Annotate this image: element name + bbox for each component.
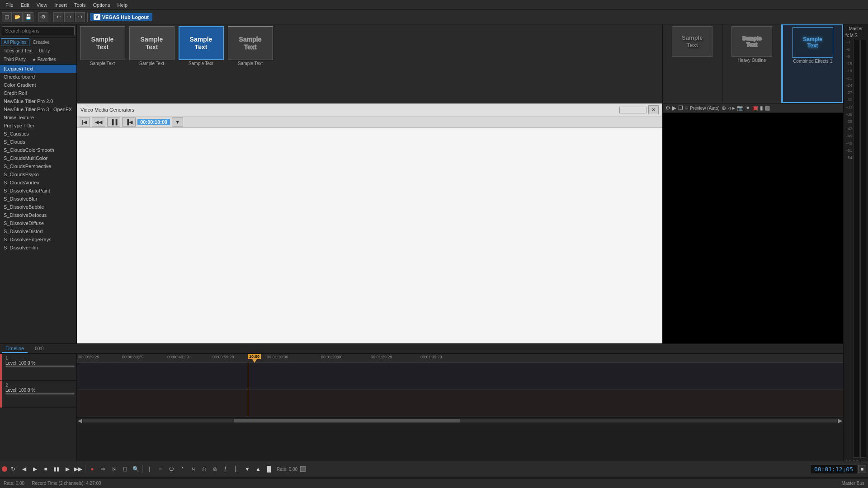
save-button[interactable]: 💾 — [24, 12, 33, 22]
cmd-btn3[interactable]: ⎛ — [221, 464, 231, 474]
plugin-item-18[interactable]: S_DissolveDefocus — [0, 211, 76, 219]
tab-third-party[interactable]: Third Party — [1, 56, 28, 63]
plugin-item-17[interactable]: S_DissolveBubble — [0, 203, 76, 211]
plugin-item-5[interactable]: NewBlue Titler Pro 3 - OpenFX — [0, 105, 76, 113]
thumb-shadow[interactable]: SampleText — [663, 24, 722, 103]
loop-region-btn[interactable]: ⎔ — [166, 464, 176, 474]
undo-button[interactable]: ↩ — [53, 12, 63, 22]
plugin-item-13[interactable]: S_CloudsPsyko — [0, 170, 76, 178]
cmd-btn4[interactable]: ⎜ — [231, 464, 241, 474]
track-slider-1[interactable] — [5, 366, 75, 367]
plugin-item-11[interactable]: S_CloudsMultiColor — [0, 154, 76, 162]
tab-creative[interactable]: Creative — [30, 38, 52, 46]
tab-favorites[interactable]: ★ Favorites — [29, 56, 59, 63]
menu-help[interactable]: Help — [113, 2, 131, 8]
plugin-item-8[interactable]: S_Caustics — [0, 130, 76, 138]
next-btn[interactable]: ▶ — [62, 464, 72, 474]
vmg-close-btn[interactable]: ✕ — [648, 105, 659, 114]
plugin-item-14[interactable]: S_CloudsVortex — [0, 178, 76, 187]
track-lane-1[interactable] — [77, 363, 843, 390]
record-indicator — [2, 466, 7, 472]
s-label[interactable]: S — [854, 33, 858, 38]
track-lane-2[interactable] — [77, 390, 843, 417]
plugin-item-19[interactable]: S_DissolveDiffuse — [0, 219, 76, 227]
menu-tools[interactable]: Tools — [71, 2, 90, 8]
plugin-item-16[interactable]: S_DissolveBlur — [0, 195, 76, 203]
thumb-item-1[interactable]: SampleText Sample Text — [79, 26, 126, 66]
fx-label[interactable]: fx — [845, 33, 849, 38]
track-slider-2[interactable] — [5, 393, 75, 394]
tab-all-plugins[interactable]: All Plug-Ins — [1, 38, 29, 46]
plugin-item-1[interactable]: Checkerboard — [0, 73, 76, 81]
plugin-item-7[interactable]: ProType Titler — [0, 122, 76, 130]
search-input[interactable] — [2, 26, 75, 35]
scroll-right-btn[interactable]: ▶ — [838, 418, 842, 424]
open-button[interactable]: 📂 — [13, 12, 23, 22]
m-label[interactable]: M — [850, 33, 854, 38]
cmd-btn6[interactable]: ▲ — [253, 464, 263, 474]
plugin-item-2[interactable]: Color Gradient — [0, 81, 76, 89]
timeline-tab-main[interactable]: Timeline — [2, 345, 28, 353]
timecode-settings-btn[interactable]: ■ — [858, 465, 866, 473]
plugin-item-0[interactable]: (Legacy) Text — [0, 65, 76, 73]
menu-file[interactable]: File — [2, 2, 17, 8]
thumb-combined-effects[interactable]: SampleText Combined Effects 1 — [782, 24, 843, 103]
grid-btn[interactable]: ⎓ — [156, 464, 165, 474]
stop-transport-btn[interactable]: ■ — [41, 464, 51, 474]
vmg-input[interactable] — [619, 107, 646, 113]
tab-utility[interactable]: Utility — [36, 47, 52, 55]
plugin-item-3[interactable]: Credit Roll — [0, 89, 76, 97]
transport-tool-4[interactable]: 🔍 — [131, 464, 141, 474]
ff-btn[interactable]: ▶▶ — [73, 464, 83, 474]
vmg-toolbar-btn-4[interactable]: ▐◀ — [122, 117, 136, 127]
cmd-btn5[interactable]: ▼ — [242, 464, 252, 474]
plugin-item-12[interactable]: S_CloudsPerspective — [0, 162, 76, 170]
snap-btn[interactable]: | — [145, 464, 155, 474]
plugin-item-20[interactable]: S_DissolveDistort — [0, 227, 76, 235]
settings-button[interactable]: ⚙ — [38, 12, 48, 22]
plugin-item-6[interactable]: Noise Texture — [0, 113, 76, 122]
loop-btn[interactable]: ↻ — [8, 464, 18, 474]
transport-tool-2[interactable]: ⎘ — [109, 464, 119, 474]
transport-tool-3[interactable]: ⎕ — [120, 464, 130, 474]
plugin-item-21[interactable]: S_DissolveEdgeRays — [0, 235, 76, 244]
plugin-item-9[interactable]: S_Clouds — [0, 138, 76, 146]
redo2-button[interactable]: ↪ — [75, 12, 85, 22]
menu-edit[interactable]: Edit — [17, 2, 33, 8]
plugin-item-4[interactable]: NewBlue Titler Pro 2.0 — [0, 97, 76, 105]
thumb-strip: SampleText SampleText Heavy Outline Samp… — [663, 24, 843, 103]
pause-transport-btn[interactable]: ▮▮ — [52, 464, 61, 474]
menu-options[interactable]: Options — [90, 2, 114, 8]
thumb-item-4[interactable]: SampleText Sample Text — [226, 26, 274, 66]
plugin-item-22[interactable]: S_DissolveFilm — [0, 244, 76, 252]
cmd-btn2[interactable]: ⎚ — [210, 464, 220, 474]
status-bar: Rate: 0.00 Record Time (2 channels): 4:2… — [0, 478, 868, 488]
vmg-dropdown-btn[interactable]: ▼ — [172, 117, 183, 127]
scroll-thumb[interactable] — [234, 419, 460, 422]
cmd-btn7[interactable]: █ — [264, 464, 274, 474]
preview-label[interactable]: Preview (Auto) — [690, 106, 720, 111]
scroll-left-btn[interactable]: ◀ — [78, 418, 82, 424]
vmg-toolbar-btn-2[interactable]: ◀◀ — [92, 117, 105, 127]
new-button[interactable]: ▢ — [2, 12, 12, 22]
play-transport-btn[interactable]: ▶ — [30, 464, 40, 474]
tab-titles[interactable]: Titles and Text — [1, 47, 35, 55]
scroll-track[interactable] — [83, 419, 837, 422]
redo-button[interactable]: ↪ — [64, 12, 74, 22]
prev-btn[interactable]: ◀ — [19, 464, 29, 474]
thumb-item-3[interactable]: SampleText Sample Text — [177, 26, 225, 66]
plugin-item-10[interactable]: S_CloudsColorSmooth — [0, 146, 76, 154]
marker-btn[interactable]: ⎗ — [188, 464, 198, 474]
vmg-toolbar-btn-3[interactable]: ▐▐ — [107, 117, 121, 127]
thumb-heavy-outline[interactable]: SampleText Heavy Outline — [722, 24, 783, 103]
cmd-btn1[interactable]: ⎙ — [199, 464, 209, 474]
transport-tool-1[interactable]: ⇨ — [98, 464, 108, 474]
plugin-item-15[interactable]: S_DissolveAutoPaint — [0, 187, 76, 195]
menu-view[interactable]: View — [33, 2, 51, 8]
event-btn[interactable]: ⎖ — [177, 464, 187, 474]
record-btn[interactable]: ● — [87, 464, 97, 474]
menu-insert[interactable]: Insert — [51, 2, 71, 8]
thumb-item-2[interactable]: SampleText Sample Text — [128, 26, 175, 66]
vmg-toolbar-btn-1[interactable]: |◀ — [79, 117, 90, 127]
brand-button[interactable]: V VEGAS Hub Logout — [90, 13, 152, 21]
